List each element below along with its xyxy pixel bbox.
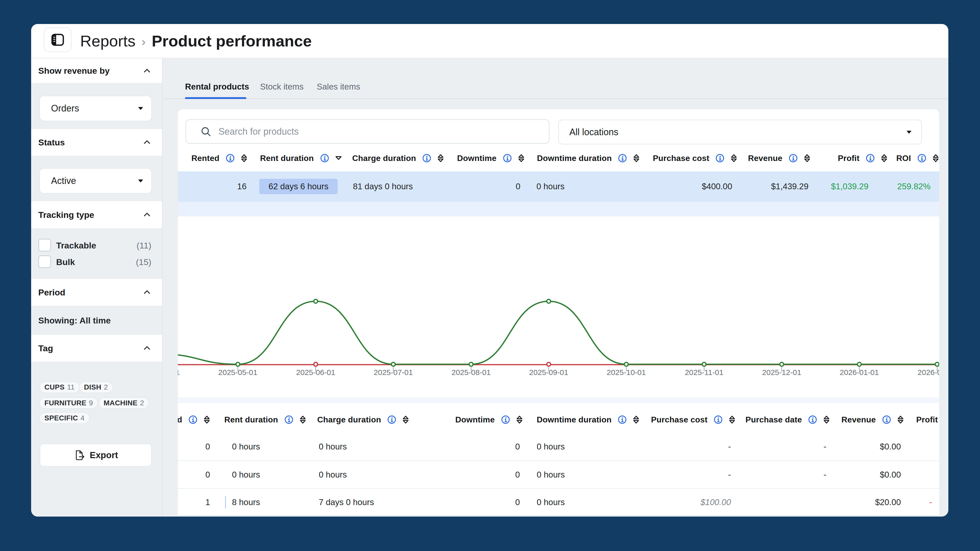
svg-text:2025-07-01: 2025-07-01 [374, 368, 413, 376]
svg-text:2025-12-01: 2025-12-01 [762, 368, 801, 376]
svg-text:2025-11-01: 2025-11-01 [685, 368, 723, 376]
svg-text:2025-09-01: 2025-09-01 [529, 368, 568, 376]
svg-text:2025-08-01: 2025-08-01 [452, 368, 490, 376]
svg-text:2026-02-01: 2026-02-01 [918, 368, 939, 376]
svg-text:2025-06-01: 2025-06-01 [296, 368, 335, 376]
svg-text:2025-10-01: 2025-10-01 [607, 368, 646, 376]
svg-text:2025-04-01: 2025-04-01 [178, 368, 180, 376]
svg-text:2026-01-01: 2026-01-01 [840, 368, 879, 376]
svg-text:2025-05-01: 2025-05-01 [218, 368, 257, 376]
